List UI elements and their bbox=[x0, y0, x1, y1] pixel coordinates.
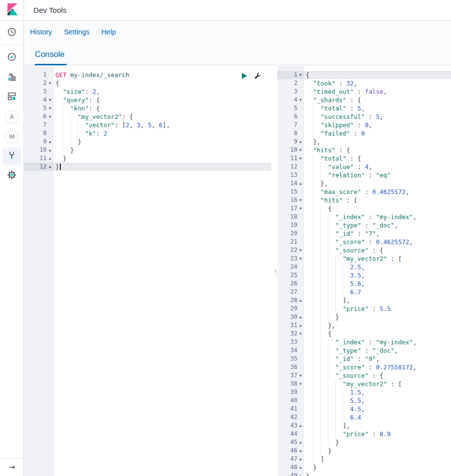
fold-toggle-icon[interactable]: ▴ bbox=[297, 421, 304, 430]
code-text[interactable]: 6.7 bbox=[304, 288, 451, 296]
code-text[interactable]: 1.5, bbox=[304, 388, 451, 396]
response-line[interactable]: 19"_type" : "_doc", bbox=[277, 221, 451, 229]
response-line[interactable]: 2"took" : 32, bbox=[277, 79, 451, 87]
code-text[interactable]: "_score" : 0.4625572, bbox=[304, 238, 451, 246]
code-text[interactable]: "skipped" : 0, bbox=[304, 121, 451, 129]
response-line[interactable]: 10▾"hits" : { bbox=[277, 146, 451, 154]
code-text[interactable]: "total" : { bbox=[304, 154, 451, 163]
code-text[interactable]: GET my-index/_search bbox=[53, 71, 271, 79]
response-line[interactable]: 44"price" : 8.9 bbox=[277, 430, 451, 438]
request-options-button[interactable] bbox=[254, 72, 262, 82]
code-text[interactable]: "took" : 32, bbox=[304, 79, 451, 87]
response-line[interactable]: 242.5, bbox=[277, 263, 451, 271]
sidebar-item-discover[interactable] bbox=[0, 48, 24, 68]
response-line[interactable]: 7"skipped" : 0, bbox=[277, 121, 451, 129]
response-line[interactable]: 15"max_score" : 0.4625572, bbox=[277, 188, 451, 196]
response-line[interactable]: 6"successful" : 5, bbox=[277, 112, 451, 121]
code-text[interactable]: { bbox=[53, 79, 271, 87]
response-line[interactable]: 5"total" : 5, bbox=[277, 104, 451, 112]
help-link[interactable]: Help bbox=[102, 28, 116, 36]
code-text[interactable]: } bbox=[304, 447, 451, 455]
code-text[interactable]: } bbox=[304, 313, 451, 321]
code-text[interactable]: "query": { bbox=[53, 96, 271, 104]
code-text[interactable]: "my_vector2" : [ bbox=[304, 380, 451, 388]
response-line[interactable]: 45▴} bbox=[277, 438, 451, 447]
fold-toggle-icon[interactable]: ▾ bbox=[47, 112, 53, 121]
code-text[interactable]: } bbox=[53, 163, 271, 171]
code-text[interactable]: "_index" : "my-index", bbox=[304, 338, 451, 346]
response-line[interactable]: 4▾"_shards" : { bbox=[277, 96, 451, 104]
fold-toggle-icon[interactable]: ▾ bbox=[297, 71, 304, 79]
fold-toggle-icon[interactable]: ▴ bbox=[297, 179, 304, 188]
response-line[interactable]: 29"price" : 5.5 bbox=[277, 305, 451, 313]
code-text[interactable]: "value" : 4, bbox=[304, 163, 451, 171]
send-request-button[interactable] bbox=[241, 72, 248, 82]
settings-link[interactable]: Settings bbox=[64, 28, 89, 36]
code-text[interactable]: "hits" : [ bbox=[304, 196, 451, 204]
response-line[interactable]: 21"_score" : 0.4625572, bbox=[277, 238, 451, 246]
request-editor[interactable]: 1GET my-index/_search2▾{3"size": 2,4▾"qu… bbox=[24, 66, 271, 476]
fold-toggle-icon[interactable]: ▴ bbox=[47, 154, 53, 163]
sidebar-collapse-toggle[interactable]: → bbox=[0, 458, 24, 476]
code-text[interactable]: "max_score" : 0.4625572, bbox=[304, 188, 451, 196]
request-line[interactable]: 10▴} bbox=[24, 146, 271, 154]
code-text[interactable]: } bbox=[53, 138, 271, 146]
response-line[interactable]: 22▾"_source" : { bbox=[277, 246, 451, 254]
fold-toggle-icon[interactable]: ▾ bbox=[297, 330, 304, 338]
fold-toggle-icon[interactable]: ▴ bbox=[47, 163, 53, 171]
code-text[interactable]: "_score" : 0.27558172, bbox=[304, 363, 451, 371]
fold-toggle-icon[interactable]: ▾ bbox=[297, 380, 304, 388]
code-text[interactable]: }, bbox=[304, 321, 451, 330]
response-line[interactable]: 276.7 bbox=[277, 288, 451, 296]
code-text[interactable]: } bbox=[304, 438, 451, 447]
editor-resize-divider[interactable]: ⋮ bbox=[271, 66, 277, 476]
response-line[interactable]: 1▾{ bbox=[277, 71, 451, 79]
request-line[interactable]: 12▴} bbox=[24, 163, 271, 171]
response-line[interactable]: 23▾"my_vector2" : [ bbox=[277, 254, 451, 263]
code-text[interactable]: "_source" : { bbox=[304, 246, 451, 254]
response-line[interactable]: 48▴} bbox=[277, 463, 451, 472]
code-text[interactable]: } bbox=[304, 463, 451, 472]
fold-toggle-icon[interactable]: ▾ bbox=[297, 204, 304, 213]
request-line[interactable]: 2▾{ bbox=[24, 79, 271, 87]
response-line[interactable]: 253.5, bbox=[277, 271, 451, 280]
code-text[interactable]: { bbox=[304, 330, 451, 338]
request-line[interactable]: 11▴} bbox=[24, 154, 271, 163]
code-text[interactable]: "_type" : "_doc", bbox=[304, 221, 451, 229]
fold-toggle-icon[interactable]: ▴ bbox=[297, 138, 304, 146]
code-text[interactable]: ], bbox=[304, 421, 451, 430]
code-text[interactable]: }, bbox=[304, 138, 451, 146]
code-text[interactable]: "hits" : { bbox=[304, 146, 451, 154]
response-line[interactable]: 20"_id" : "7", bbox=[277, 229, 451, 238]
fold-toggle-icon[interactable]: ▾ bbox=[47, 96, 53, 104]
code-text[interactable]: 5.5, bbox=[304, 396, 451, 405]
fold-toggle-icon[interactable]: ▾ bbox=[297, 154, 304, 163]
response-line[interactable]: 34"_type" : "_doc", bbox=[277, 346, 451, 355]
code-text[interactable]: { bbox=[304, 71, 451, 79]
response-line[interactable]: 35"_id" : "9", bbox=[277, 355, 451, 363]
response-line[interactable]: 9▴}, bbox=[277, 138, 451, 146]
request-line[interactable]: 5▾"knn": { bbox=[24, 104, 271, 112]
response-line[interactable]: 17▾{ bbox=[277, 204, 451, 213]
code-text[interactable]: "relation" : "eq" bbox=[304, 171, 451, 179]
fold-toggle-icon[interactable]: ▴ bbox=[297, 321, 304, 330]
fold-toggle-icon[interactable]: ▴ bbox=[297, 447, 304, 455]
response-line[interactable]: 14▴}, bbox=[277, 179, 451, 188]
response-line[interactable]: 391.5, bbox=[277, 388, 451, 396]
response-line[interactable]: 18"_index" : "my-index", bbox=[277, 213, 451, 221]
code-text[interactable]: "_type" : "_doc", bbox=[304, 346, 451, 355]
response-line[interactable]: 46▴} bbox=[277, 447, 451, 455]
request-line[interactable]: 9▴} bbox=[24, 138, 271, 146]
fold-toggle-icon[interactable]: ▴ bbox=[297, 313, 304, 321]
response-line[interactable]: 28▴], bbox=[277, 296, 451, 305]
fold-toggle-icon[interactable]: ▾ bbox=[297, 146, 304, 154]
code-text[interactable]: 2.5, bbox=[304, 263, 451, 271]
response-line[interactable]: 49▴} bbox=[277, 472, 451, 476]
code-text[interactable]: 5.6, bbox=[304, 280, 451, 288]
fold-toggle-icon[interactable]: ▾ bbox=[297, 196, 304, 204]
sidebar-item-index-management[interactable]: IM bbox=[0, 127, 24, 146]
sidebar-item-app-a[interactable]: A bbox=[0, 107, 24, 127]
code-text[interactable]: "_shards" : { bbox=[304, 96, 451, 104]
code-text[interactable]: "timed_out" : false, bbox=[304, 87, 451, 96]
response-line[interactable]: 426.4 bbox=[277, 413, 451, 421]
